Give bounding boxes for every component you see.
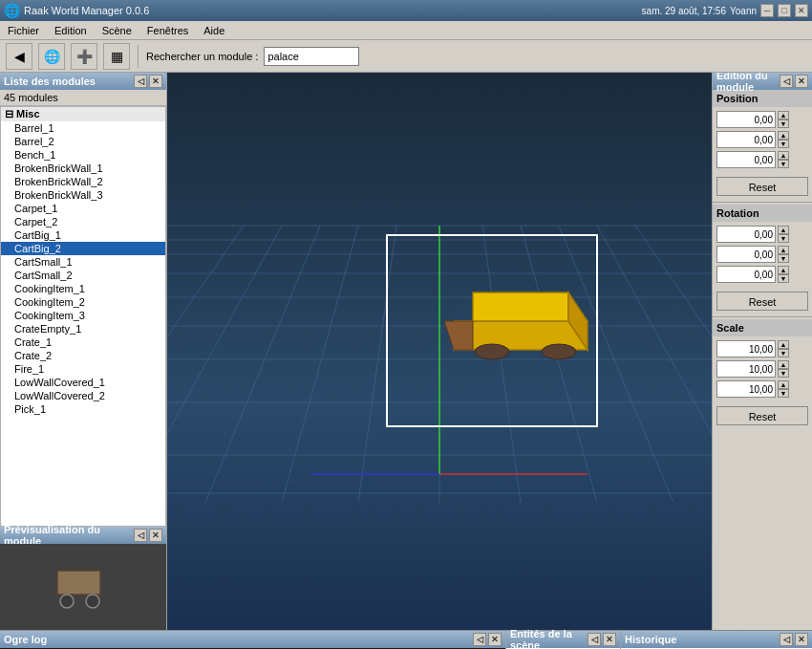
module-list-item[interactable]: Barrel_1 (1, 121, 165, 135)
rotation-z-up[interactable]: ▲ (778, 266, 789, 274)
module-list-item[interactable]: LowWallCovered_1 (1, 376, 165, 389)
scale-z-spinner[interactable]: ▲ ▼ (778, 380, 789, 398)
scale-x-input[interactable] (716, 340, 776, 357)
scale-z-down[interactable]: ▼ (778, 389, 789, 398)
menu-fenetres[interactable]: Fenêtres (143, 23, 192, 38)
scale-y-input[interactable] (716, 360, 776, 378)
position-x-input[interactable] (716, 111, 776, 128)
module-list-item[interactable]: LowWallCovered_2 (1, 389, 165, 402)
panel-close-button[interactable]: ✕ (149, 75, 162, 88)
scale-y-down[interactable]: ▼ (778, 369, 789, 378)
position-y-spinner[interactable]: ▲ ▼ (778, 131, 789, 148)
preview-svg (50, 561, 117, 614)
position-x-down[interactable]: ▼ (778, 119, 789, 128)
rotation-z-spinner[interactable]: ▲ ▼ (778, 266, 789, 283)
position-reset-button[interactable]: Reset (716, 177, 808, 196)
search-input[interactable] (264, 47, 359, 66)
close-button[interactable]: ✕ (795, 4, 808, 17)
rotation-x-input[interactable] (716, 226, 776, 243)
scale-y-up[interactable]: ▲ (778, 360, 789, 369)
toolbar-add-button[interactable]: ➕ (71, 43, 97, 70)
scene-pin-button[interactable]: ◁ (588, 633, 601, 646)
module-list-item[interactable]: CartBig_1 (1, 228, 165, 242)
panel-pin-button[interactable]: ◁ (134, 75, 147, 88)
viewport[interactable] (167, 73, 712, 630)
rotation-reset-button[interactable]: Reset (716, 292, 808, 311)
position-z-up[interactable]: ▲ (778, 151, 789, 160)
module-list-item[interactable]: Crate_2 (1, 349, 165, 362)
module-list-item[interactable]: Fire_1 (1, 362, 165, 376)
maximize-button[interactable]: □ (778, 4, 791, 17)
module-list-item[interactable]: Pick_1 (1, 402, 165, 416)
position-y-up[interactable]: ▲ (778, 131, 789, 140)
rotation-y-up[interactable]: ▲ (778, 246, 789, 254)
scale-reset-button[interactable]: Reset (716, 406, 808, 425)
divider-2 (713, 316, 812, 317)
log-close-button[interactable]: ✕ (488, 633, 502, 646)
preview-pin-button[interactable]: ◁ (134, 529, 147, 542)
module-list-item[interactable]: Carpet_1 (1, 202, 165, 215)
position-y-down[interactable]: ▼ (778, 140, 789, 148)
rotation-z-down[interactable]: ▼ (778, 274, 789, 283)
menu-fichier[interactable]: Fichier (4, 23, 43, 38)
position-z-down[interactable]: ▼ (778, 160, 789, 168)
toolbar-back-button[interactable]: ◀ (6, 43, 32, 70)
edition-pin-button[interactable]: ◁ (780, 75, 793, 88)
scale-group: ▲ ▼ ▲ ▼ ▲ ▼ (713, 336, 812, 404)
position-y-input[interactable] (716, 131, 776, 148)
svg-point-30 (475, 344, 509, 359)
scale-z-up[interactable]: ▲ (778, 380, 789, 389)
module-list-item[interactable]: BrokenBrickWall_1 (1, 162, 165, 175)
scale-x-row: ▲ ▼ (716, 340, 808, 357)
rotation-x-spinner[interactable]: ▲ ▼ (778, 226, 789, 243)
minimize-button[interactable]: ─ (760, 4, 774, 17)
scene-close-button[interactable]: ✕ (603, 633, 616, 646)
module-list-item[interactable]: CartSmall_1 (1, 255, 165, 269)
rotation-z-input[interactable] (716, 266, 776, 283)
toolbar-separator (138, 45, 139, 68)
scale-x-spinner[interactable]: ▲ ▼ (778, 340, 789, 357)
rotation-y-row: ▲ ▼ (716, 246, 808, 263)
rotation-y-down[interactable]: ▼ (778, 254, 789, 263)
scale-x-down[interactable]: ▼ (778, 349, 789, 357)
scale-z-input[interactable] (716, 380, 776, 398)
module-list-item[interactable]: Crate_1 (1, 335, 165, 349)
position-y-row: ▲ ▼ (716, 131, 808, 148)
module-list-item[interactable]: Carpet_2 (1, 215, 165, 228)
toolbar-grid-button[interactable]: ▦ (103, 43, 130, 70)
module-list-header: Liste des modules ◁ ✕ (0, 73, 166, 90)
menu-scene[interactable]: Scène (98, 23, 136, 38)
rotation-y-spinner[interactable]: ▲ ▼ (778, 246, 789, 263)
scene-panel-header: Entités de la scène ◁ ✕ (506, 631, 620, 648)
module-list-item[interactable]: Bench_1 (1, 148, 165, 162)
module-list-item[interactable]: CookingItem_2 (1, 295, 165, 309)
position-z-spinner[interactable]: ▲ ▼ (778, 151, 789, 168)
module-list-item[interactable]: CrateEmpty_1 (1, 322, 165, 335)
rotation-x-up[interactable]: ▲ (778, 226, 789, 234)
history-pin-button[interactable]: ◁ (780, 633, 793, 646)
toolbar-globe-button[interactable]: 🌐 (38, 43, 65, 70)
module-list-item[interactable]: BrokenBrickWall_2 (1, 175, 165, 188)
position-x-up[interactable]: ▲ (778, 111, 789, 119)
position-x-row: ▲ ▼ (716, 111, 808, 128)
module-list-item[interactable]: Barrel_2 (1, 135, 165, 148)
module-list-item[interactable]: ⊟ Misc (1, 107, 165, 121)
module-list-item[interactable]: CookingItem_3 (1, 309, 165, 322)
module-list-item[interactable]: CartBig_2 (1, 242, 165, 255)
scale-x-up[interactable]: ▲ (778, 340, 789, 349)
log-pin-button[interactable]: ◁ (473, 633, 486, 646)
module-list-item[interactable]: CookingItem_1 (1, 282, 165, 295)
edition-close-button[interactable]: ✕ (795, 75, 808, 88)
rotation-x-down[interactable]: ▼ (778, 234, 789, 243)
menu-edition[interactable]: Edition (51, 23, 91, 38)
history-close-button[interactable]: ✕ (795, 633, 808, 646)
position-z-input[interactable] (716, 151, 776, 168)
module-list-item[interactable]: BrokenBrickWall_3 (1, 188, 165, 202)
position-x-spinner[interactable]: ▲ ▼ (778, 111, 789, 128)
log-panel: Ogre log ◁ ✕ ResourceGroupManager::openR… (0, 631, 506, 649)
scale-y-spinner[interactable]: ▲ ▼ (778, 360, 789, 378)
preview-close-button[interactable]: ✕ (149, 529, 162, 542)
menu-aide[interactable]: Aide (200, 23, 228, 38)
rotation-y-input[interactable] (716, 246, 776, 263)
module-list-item[interactable]: CartSmall_2 (1, 269, 165, 282)
